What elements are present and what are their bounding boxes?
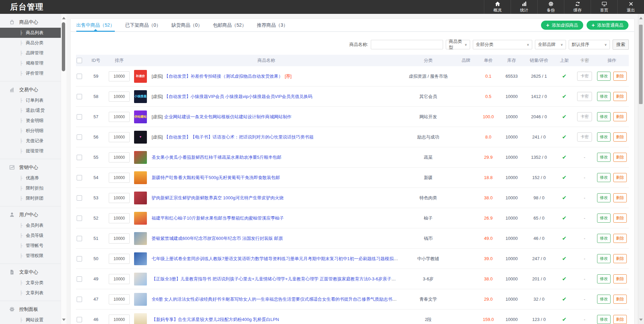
select-all-checkbox[interactable] [77, 58, 82, 63]
sidebar-item-admin-permission[interactable]: ├管理权限 [0, 251, 61, 261]
tab-free-shipping[interactable]: 包邮商品（52） [213, 19, 247, 31]
delete-button[interactable]: 删除 [613, 234, 627, 243]
product-name-link[interactable]: 【新妈专享】合生元派星较大婴儿2段配方奶粉400g 乳桥蛋白LPN [152, 317, 279, 322]
row-checkbox[interactable] [77, 114, 82, 120]
sidebar-item-refund-return[interactable]: ├退款/退货 [0, 105, 61, 116]
delete-button[interactable]: 删除 [613, 214, 627, 223]
sidebar-item-points-detail[interactable]: ├积分明细 [0, 126, 61, 136]
add-virtual-product-button[interactable]: + 添加虚拟商品 [541, 21, 583, 30]
edit-button[interactable]: 修改 [597, 214, 611, 223]
search-button[interactable]: 搜索 [613, 40, 629, 50]
sidebar-item-article-category[interactable]: ├文章分类 [0, 278, 61, 288]
delete-button[interactable]: 删除 [613, 193, 627, 202]
brand-select[interactable]: 全部品牌 ∨ [535, 40, 566, 49]
sidebar-item-member-level[interactable]: ├会员等级 [0, 230, 61, 241]
sort-input[interactable] [109, 274, 130, 284]
row-checkbox[interactable] [77, 74, 82, 79]
sort-input[interactable] [109, 233, 130, 244]
sidebar-item-recharge-record[interactable]: ├充值记录 [0, 136, 61, 146]
sidebar-item-withdraw-manage[interactable]: ├提现管理 [0, 146, 61, 156]
row-checkbox[interactable] [77, 175, 82, 180]
product-name-link[interactable]: 新疆特产吐鲁番大颗粒葡萄干500g无籽黄葡萄干免洗即食散装包邮 [152, 175, 280, 180]
delete-button[interactable]: 删除 [613, 132, 627, 142]
edit-button[interactable]: 修改 [597, 193, 611, 202]
sidebar-section-marketing-center[interactable]: 营销中心 [0, 162, 61, 173]
category-select[interactable]: 全部分类 ∨ [473, 40, 532, 49]
sidebar-scrollbar-thumb[interactable] [62, 22, 65, 71]
edit-button[interactable]: 修改 [597, 315, 611, 324]
product-name-link[interactable]: 【自动发货】【电子书】话语攻心术：把话说到对方的心坎里说话技巧类书籍 [164, 134, 313, 140]
sidebar-item-article-list[interactable]: ├文章列表 [0, 288, 61, 298]
sidebar-item-site-settings[interactable]: ├网站设置 [0, 315, 61, 324]
product-type-select[interactable]: 商品类型 ∨ [446, 40, 470, 49]
page-scrollbar-thumb[interactable] [639, 25, 643, 104]
sort-input[interactable] [109, 71, 130, 81]
product-name-link[interactable]: 企业网站建设一条龙全包网站模板仿站建站设计制作商城网站制作 [164, 114, 291, 119]
sort-input[interactable] [109, 92, 130, 102]
sidebar-item-member-list[interactable]: ├会员列表 [0, 220, 61, 230]
sidebar-section-article-center[interactable]: 文章中心 [0, 267, 61, 278]
topbar-item-logout[interactable]: 退出 [617, 0, 644, 14]
tab-off-shelf[interactable]: 已下架商品（0） [125, 19, 161, 31]
sidebar-item-goods-category[interactable]: ├商品分类 [0, 38, 61, 48]
sidebar-item-review-manage[interactable]: ├评价管理 [0, 68, 61, 78]
row-checkbox[interactable] [77, 276, 82, 282]
sort-input[interactable] [109, 294, 130, 304]
product-name-link[interactable]: 荟银紫禁城建成600年纪念币故宫600年纪念币 法国发行封装版 邮票 [152, 236, 283, 241]
topbar-item-homepage[interactable]: 首页 [591, 0, 617, 14]
delete-button[interactable]: 删除 [613, 112, 627, 121]
sidebar-item-brand-manage[interactable]: ├品牌管理 [0, 48, 61, 58]
edit-button[interactable]: 修改 [597, 112, 611, 121]
edit-button[interactable]: 修改 [597, 295, 611, 304]
topbar-item-statistics[interactable]: 统计 [511, 0, 537, 14]
sort-input[interactable] [109, 254, 130, 264]
delete-button[interactable]: 删除 [613, 72, 627, 81]
tab-out-of-stock[interactable]: 缺货商品（0） [171, 19, 202, 31]
sort-input[interactable] [109, 315, 130, 324]
tab-on-sale[interactable]: 出售中商品（52） [76, 19, 115, 31]
edit-button[interactable]: 修改 [597, 254, 611, 263]
sidebar-item-flash-group[interactable]: ├限时拼团 [0, 193, 61, 203]
delete-button[interactable]: 删除 [613, 153, 627, 162]
edit-button[interactable]: 修改 [597, 72, 611, 81]
row-checkbox[interactable] [77, 195, 82, 201]
product-name-link[interactable]: 圣女果小黄瓜小番茄新鲜西红柿千禧蔬菜水果助农净重5斤顺丰包邮 [152, 155, 281, 160]
sidebar-scrollbar[interactable] [61, 14, 67, 324]
topbar-item-overview[interactable]: 概况 [484, 0, 511, 14]
sidebar-section-trade-center[interactable]: 交易中心 [0, 84, 61, 95]
sort-select[interactable]: 默认排序 ∨ [569, 40, 610, 49]
product-name-link[interactable]: 【自动发货】小猿搜题VIP会员 小猿搜题vip小猿搜题会员VIP会员充值兑换码 [164, 94, 312, 99]
row-checkbox[interactable] [77, 94, 82, 99]
sidebar-item-flash-discount[interactable]: ├限时折扣 [0, 183, 61, 193]
delete-button[interactable]: 删除 [613, 173, 627, 182]
scroll-up-arrow-icon[interactable] [639, 17, 643, 19]
sidebar-item-order-list[interactable]: ├订单列表 [0, 95, 61, 105]
row-checkbox[interactable] [77, 256, 82, 261]
sidebar-item-spec-manage[interactable]: ├规格管理 [0, 58, 61, 68]
card-key-button[interactable]: 卡密 [577, 112, 592, 121]
topbar-item-cache[interactable]: 缓存 [564, 0, 591, 14]
row-checkbox[interactable] [77, 134, 82, 140]
row-checkbox[interactable] [77, 216, 82, 221]
product-name-link[interactable]: 【自动发货】补差价专拍链接（测试虚拟物品自动发货效果） [164, 74, 283, 79]
sort-input[interactable] [109, 193, 130, 203]
sidebar-item-fund-detail[interactable]: ├资金明细 [0, 116, 61, 126]
product-name-link[interactable]: 全6册 女人的活法女性必读经典好书卡耐基写给女人的一生幸福忠告生活需要仪式感适合… [152, 297, 401, 302]
row-checkbox[interactable] [77, 297, 82, 302]
sidebar-section-user-center[interactable]: 用户中心 [0, 209, 61, 220]
sort-input[interactable] [109, 173, 130, 183]
delete-button[interactable]: 删除 [613, 254, 627, 263]
topbar-item-backup[interactable]: 备份 [537, 0, 564, 14]
product-name-link[interactable]: 七年级上册试卷全套同步训练人教版7册语文英语听力数学辅导资料练习册单元月考期中期… [152, 256, 401, 261]
sidebar-section-control-panel[interactable]: 控制面板 [0, 304, 61, 315]
edit-button[interactable]: 修改 [597, 274, 611, 283]
product-name-link[interactable]: 驴肉新鲜正宗生鲜驴肉新鲜散养真空 1000g河北特产生带皮驴肉火烧 [152, 195, 284, 200]
delete-button[interactable]: 删除 [613, 315, 627, 324]
add-normal-product-button[interactable]: + 添加普通商品 [587, 21, 628, 30]
delete-button[interactable]: 删除 [613, 92, 627, 101]
sort-input[interactable] [109, 152, 130, 163]
row-checkbox[interactable] [77, 155, 82, 160]
edit-button[interactable]: 修改 [597, 234, 611, 243]
sidebar-section-goods-center[interactable]: 商品中心 [0, 17, 61, 28]
edit-button[interactable]: 修改 [597, 173, 611, 182]
